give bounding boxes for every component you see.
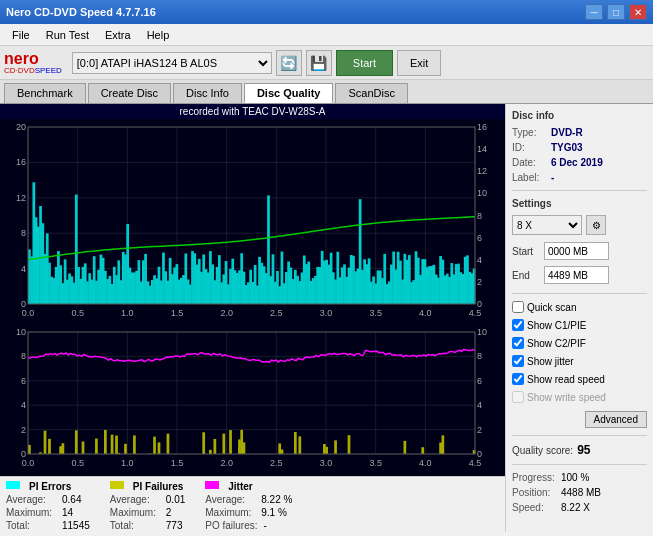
window-title: Nero CD-DVD Speed 4.7.7.16 <box>6 6 156 18</box>
pi-failures-color <box>110 481 124 489</box>
tab-create-disc[interactable]: Create Disc <box>88 83 171 103</box>
end-input[interactable] <box>544 266 609 284</box>
toolbar: nero CD·DVDSPEED [0:0] ATAPI iHAS124 B A… <box>0 46 653 80</box>
show-c1-checkbox[interactable] <box>512 319 524 331</box>
window-controls: ─ □ ✕ <box>585 4 647 20</box>
show-jitter-checkbox[interactable] <box>512 355 524 367</box>
speed-row-progress: Speed: 8.22 X <box>512 502 647 513</box>
divider-3 <box>512 435 647 436</box>
menu-bar: File Run Test Extra Help <box>0 24 653 46</box>
pi-failures-avg-val: 0.01 <box>166 494 185 505</box>
pi-errors-total-key: Total: <box>6 520 56 531</box>
quick-scan-label[interactable]: Quick scan <box>527 302 576 313</box>
show-read-speed-checkbox[interactable] <box>512 373 524 385</box>
menu-extra[interactable]: Extra <box>97 27 139 43</box>
advanced-button[interactable]: Advanced <box>585 411 647 428</box>
exit-button[interactable]: Exit <box>397 50 441 76</box>
chart-stats-area: recorded with TEAC DV-W28S-A PI Errors A… <box>0 104 505 532</box>
jitter-max-row: Maximum: 9.1 % <box>205 507 292 518</box>
pi-errors-average-row: Average: 0.64 <box>6 494 90 505</box>
disc-date-key: Date: <box>512 157 547 168</box>
bottom-chart-canvas <box>0 326 505 476</box>
divider-1 <box>512 190 647 191</box>
right-panel: Disc info Type: DVD-R ID: TYG03 Date: 6 … <box>505 104 653 532</box>
speed-row: 8 X Max 1 X 2 X 4 X 12 X 16 X ⚙ <box>512 215 647 235</box>
position-key: Position: <box>512 487 557 498</box>
divider-2 <box>512 293 647 294</box>
pi-errors-total-row: Total: 11545 <box>6 520 90 531</box>
jitter-stats: Jitter Average: 8.22 % Maximum: 9.1 % PO… <box>205 481 292 531</box>
start-label: Start <box>512 246 540 257</box>
pi-failures-avg-key: Average: <box>110 494 160 505</box>
pi-errors-stats: PI Errors Average: 0.64 Maximum: 14 Tota… <box>6 481 90 531</box>
tab-scan-disc[interactable]: ScanDisc <box>335 83 407 103</box>
pi-errors-legend: PI Errors <box>6 481 90 492</box>
close-button[interactable]: ✕ <box>629 4 647 20</box>
pi-failures-total-key: Total: <box>110 520 160 531</box>
pi-errors-max-val: 14 <box>62 507 73 518</box>
menu-run-test[interactable]: Run Test <box>38 27 97 43</box>
save-icon[interactable]: 💾 <box>306 50 332 76</box>
pi-failures-max-key: Maximum: <box>110 507 160 518</box>
disc-date-row: Date: 6 Dec 2019 <box>512 157 647 168</box>
pi-failures-label: PI Failures <box>133 481 184 492</box>
progress-row: Progress: 100 % <box>512 472 647 483</box>
jitter-average-row: Average: 8.22 % <box>205 494 292 505</box>
show-write-speed-label: Show write speed <box>527 392 606 403</box>
jitter-avg-val: 8.22 % <box>261 494 292 505</box>
show-read-speed-label[interactable]: Show read speed <box>527 374 605 385</box>
divider-4 <box>512 464 647 465</box>
pi-errors-max-key: Maximum: <box>6 507 56 518</box>
show-c2-checkbox[interactable] <box>512 337 524 349</box>
speed-val: 8.22 X <box>561 502 590 513</box>
show-c2-label[interactable]: Show C2/PIF <box>527 338 586 349</box>
pi-failures-legend: PI Failures <box>110 481 185 492</box>
tab-disc-quality[interactable]: Disc Quality <box>244 83 334 103</box>
stats-bar: PI Errors Average: 0.64 Maximum: 14 Tota… <box>0 476 505 532</box>
disc-info-title: Disc info <box>512 110 647 121</box>
drive-selector[interactable]: [0:0] ATAPI iHAS124 B AL0S <box>72 52 272 74</box>
main-content: recorded with TEAC DV-W28S-A PI Errors A… <box>0 104 653 532</box>
pi-errors-max-row: Maximum: 14 <box>6 507 90 518</box>
chart-header: recorded with TEAC DV-W28S-A <box>0 104 505 119</box>
end-mb-row: End <box>512 266 647 284</box>
menu-help[interactable]: Help <box>139 27 178 43</box>
refresh-icon[interactable]: 🔄 <box>276 50 302 76</box>
show-c1-label[interactable]: Show C1/PIE <box>527 320 586 331</box>
pi-failures-max-row: Maximum: 2 <box>110 507 185 518</box>
tab-benchmark[interactable]: Benchmark <box>4 83 86 103</box>
start-input[interactable] <box>544 242 609 260</box>
jitter-avg-key: Average: <box>205 494 255 505</box>
settings-title: Settings <box>512 198 647 209</box>
title-bar: Nero CD-DVD Speed 4.7.7.16 ─ □ ✕ <box>0 0 653 24</box>
disc-label-row: Label: - <box>512 172 647 183</box>
disc-type-key: Type: <box>512 127 547 138</box>
disc-label-key: Label: <box>512 172 547 183</box>
show-c1-row: Show C1/PIE <box>512 319 647 331</box>
tab-bar: Benchmark Create Disc Disc Info Disc Qua… <box>0 80 653 104</box>
quality-score-value: 95 <box>577 443 590 457</box>
end-label: End <box>512 270 540 281</box>
menu-file[interactable]: File <box>4 27 38 43</box>
settings-icon[interactable]: ⚙ <box>586 215 606 235</box>
jitter-legend: Jitter <box>205 481 292 492</box>
jitter-max-val: 9.1 % <box>261 507 287 518</box>
start-button[interactable]: Start <box>336 50 393 76</box>
tab-disc-info[interactable]: Disc Info <box>173 83 242 103</box>
pi-failures-max-val: 2 <box>166 507 172 518</box>
pi-failures-total-row: Total: 773 <box>110 520 185 531</box>
show-jitter-label[interactable]: Show jitter <box>527 356 574 367</box>
disc-label-val: - <box>551 172 554 183</box>
pi-failures-stats: PI Failures Average: 0.01 Maximum: 2 Tot… <box>110 481 185 531</box>
show-c2-row: Show C2/PIF <box>512 337 647 349</box>
logo-text: nero <box>4 51 62 67</box>
speed-selector[interactable]: 8 X Max 1 X 2 X 4 X 12 X 16 X <box>512 215 582 235</box>
disc-id-row: ID: TYG03 <box>512 142 647 153</box>
quick-scan-checkbox[interactable] <box>512 301 524 313</box>
top-chart-canvas <box>0 119 505 326</box>
charts-container <box>0 119 505 476</box>
minimize-button[interactable]: ─ <box>585 4 603 20</box>
jitter-max-key: Maximum: <box>205 507 255 518</box>
quality-score-label: Quality score: <box>512 445 573 456</box>
maximize-button[interactable]: □ <box>607 4 625 20</box>
